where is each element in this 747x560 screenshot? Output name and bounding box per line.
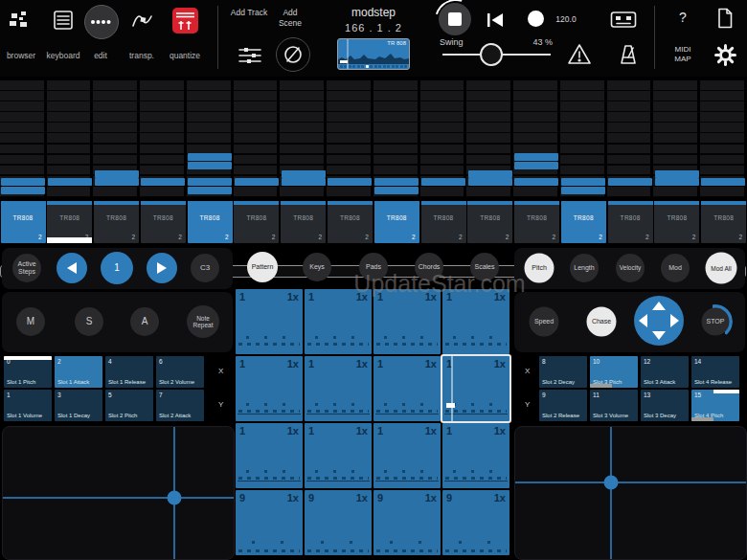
transpose-icon[interactable] bbox=[131, 11, 154, 35]
track-cell[interactable]: TR8082 bbox=[94, 201, 139, 243]
midi-note[interactable] bbox=[282, 170, 326, 178]
speed-button[interactable]: Speed bbox=[530, 307, 559, 337]
track-cell[interactable]: TR8082 bbox=[467, 201, 512, 243]
midi-note[interactable] bbox=[514, 162, 558, 169]
midi-note[interactable] bbox=[282, 178, 326, 186]
pattern-cell[interactable]: 11x bbox=[305, 356, 372, 421]
slot-cell[interactable]: 6Slot 2 Volume bbox=[156, 356, 204, 388]
slot-cell[interactable]: 14Slot 4 Release bbox=[691, 356, 739, 388]
help-button[interactable]: ? bbox=[679, 10, 687, 25]
dpad-down-icon[interactable] bbox=[652, 331, 666, 340]
slot-cell[interactable]: 4Slot 1 Release bbox=[105, 356, 153, 388]
browser-icon[interactable] bbox=[10, 11, 33, 36]
slot-cell[interactable]: 9Slot 2 Release bbox=[539, 390, 587, 421]
xy-pad-right[interactable] bbox=[514, 426, 747, 560]
pattern-cell[interactable]: 11x bbox=[441, 354, 511, 423]
circle-slash-icon[interactable] bbox=[276, 37, 310, 72]
midi-note[interactable] bbox=[374, 178, 419, 186]
midi-note[interactable] bbox=[514, 153, 558, 161]
tab-mod[interactable]: Mod bbox=[661, 254, 690, 282]
record-button[interactable] bbox=[528, 11, 544, 27]
warning-icon[interactable] bbox=[567, 43, 592, 70]
midi-note[interactable] bbox=[514, 178, 558, 186]
add-track-button[interactable]: Add Track bbox=[230, 8, 268, 18]
rewind-icon[interactable] bbox=[487, 11, 506, 33]
active-steps-button[interactable]: Active Steps bbox=[12, 254, 41, 282]
document-icon[interactable] bbox=[716, 8, 734, 33]
slot-cell[interactable]: 2Slot 1 Attack bbox=[55, 356, 102, 388]
midi-note[interactable] bbox=[701, 178, 745, 186]
piano-roll[interactable] bbox=[0, 80, 747, 197]
edit-icon[interactable] bbox=[84, 5, 119, 39]
dpad-right-icon[interactable] bbox=[670, 314, 679, 327]
track-cell[interactable]: TR8082 bbox=[281, 201, 326, 243]
track-cell[interactable]: TR8082 bbox=[654, 201, 699, 243]
midi-note[interactable] bbox=[1, 187, 45, 194]
xy-pad-left[interactable] bbox=[2, 426, 235, 560]
pattern-cell[interactable]: 11x bbox=[236, 289, 303, 354]
tab-velocity[interactable]: Velocity bbox=[616, 254, 645, 282]
prev-page-button[interactable] bbox=[57, 253, 87, 283]
midi-note[interactable] bbox=[188, 178, 232, 186]
tab-keys[interactable]: Keys bbox=[303, 253, 331, 281]
tab-pads[interactable]: Pads bbox=[359, 253, 388, 281]
slot-cell[interactable]: 12Slot 3 Attack bbox=[641, 356, 689, 388]
midi-note[interactable] bbox=[468, 170, 512, 178]
pattern-cell[interactable]: 11x bbox=[442, 289, 509, 354]
pattern-cell[interactable]: 91x bbox=[305, 490, 372, 555]
pattern-cell[interactable]: 91x bbox=[236, 490, 303, 555]
root-note-button[interactable]: C3 bbox=[191, 254, 219, 282]
pattern-cell[interactable]: 11x bbox=[374, 423, 441, 488]
automation-button[interactable]: A bbox=[130, 307, 159, 336]
next-page-button[interactable] bbox=[147, 253, 177, 283]
slot-cell[interactable]: 15Slot 4 Pitch bbox=[691, 390, 739, 421]
slot-cell[interactable]: 8Slot 2 Decay bbox=[539, 356, 587, 388]
track-cell[interactable]: TR8082 bbox=[701, 201, 746, 243]
tab-mod-all[interactable]: Mod All bbox=[706, 253, 737, 284]
track-cell[interactable]: TR8082 bbox=[608, 201, 653, 243]
tempo-display[interactable]: 120.0 bbox=[555, 14, 576, 24]
midi-note[interactable] bbox=[468, 178, 512, 186]
pattern-cell[interactable]: 91x bbox=[442, 490, 509, 555]
pattern-cell[interactable]: 11x bbox=[374, 289, 441, 354]
tape-icon[interactable] bbox=[610, 11, 637, 34]
track-cell[interactable]: TR8082 bbox=[328, 201, 373, 243]
slot-cell[interactable]: 13Slot 3 Decay bbox=[641, 390, 689, 421]
slot-cell[interactable]: 5Slot 2 Pitch bbox=[105, 390, 153, 421]
slot-cell[interactable]: 11Slot 3 Volume bbox=[590, 390, 638, 421]
dpad-control[interactable] bbox=[634, 296, 684, 346]
stop-button[interactable] bbox=[439, 3, 471, 35]
midi-note[interactable] bbox=[328, 178, 372, 186]
pattern-cell[interactable]: 11x bbox=[305, 289, 372, 354]
pattern-cell[interactable]: 91x bbox=[374, 490, 441, 555]
midi-note[interactable] bbox=[188, 153, 232, 161]
slot-cell[interactable]: 0Slot 1 Pitch bbox=[4, 356, 52, 388]
nav-label-transp[interactable]: transp. bbox=[129, 51, 154, 60]
note-repeat-button[interactable]: Note Repeat bbox=[187, 305, 219, 338]
pattern-cell[interactable]: 11x bbox=[305, 423, 372, 488]
midi-note[interactable] bbox=[188, 187, 232, 194]
pattern-cell[interactable]: 11x bbox=[442, 423, 509, 488]
add-scene-button[interactable]: Add Scene bbox=[271, 8, 309, 28]
tab-chords[interactable]: Chords bbox=[415, 253, 443, 281]
pattern-stop-button[interactable]: STOP bbox=[702, 308, 730, 336]
track-cell[interactable]: TR8082 bbox=[141, 201, 186, 243]
midi-note[interactable] bbox=[95, 178, 139, 186]
track-cell[interactable]: TR8082 bbox=[374, 201, 419, 243]
dpad-up-icon[interactable] bbox=[652, 302, 666, 310]
nav-label-browser[interactable]: browser bbox=[7, 51, 35, 60]
midi-note[interactable] bbox=[141, 178, 185, 186]
midi-note[interactable] bbox=[608, 178, 652, 186]
slot-cell[interactable]: 10Slot 3 Pitch bbox=[590, 356, 638, 388]
pattern-cell[interactable]: 11x bbox=[236, 423, 303, 488]
quantize-icon[interactable] bbox=[172, 8, 198, 34]
midi-note[interactable] bbox=[561, 187, 605, 194]
slot-cell[interactable]: 3Slot 1 Decay bbox=[55, 390, 102, 421]
track-cell[interactable]: TR8082 bbox=[421, 201, 466, 243]
tab-pattern[interactable]: Pattern bbox=[247, 252, 278, 282]
midi-map-button[interactable]: MIDI MAP bbox=[674, 45, 690, 65]
midi-note[interactable] bbox=[374, 187, 419, 194]
page-number-button[interactable]: 1 bbox=[101, 252, 133, 284]
gear-icon[interactable] bbox=[713, 43, 737, 71]
midi-note[interactable] bbox=[1, 178, 45, 186]
